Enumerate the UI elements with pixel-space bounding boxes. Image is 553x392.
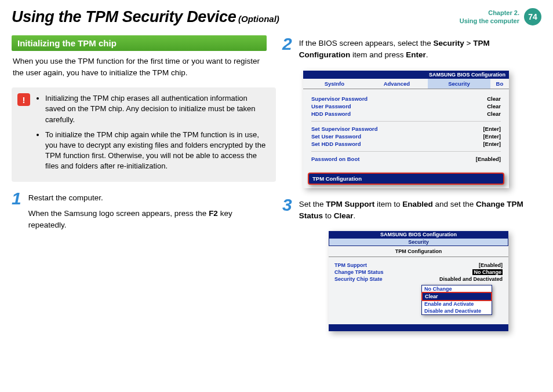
step-body: Set the TPM Support item to Enabled and … — [299, 196, 541, 226]
bios-row-label: User Password — [311, 103, 351, 109]
step-line: Restart the computer. — [28, 192, 271, 204]
header-right: Chapter 2. Using the computer 74 — [460, 8, 541, 25]
bios-tab-advanced: Advanced — [366, 79, 428, 89]
bios-row-label: Set User Password — [311, 133, 361, 140]
bios-row-label: Security Chip State — [334, 276, 383, 282]
bios-tab-boot: Bo — [490, 79, 509, 89]
step-number: 2 — [282, 35, 292, 53]
note-bullet-1: Initializing the TPM chip erases all aut… — [45, 93, 269, 125]
bios-highlight-tpm: TPM Configuration — [308, 173, 504, 185]
bios-row-label: HDD Password — [311, 111, 351, 117]
bios-screenshot-2: SAMSUNG BIOS Configuration Security TPM … — [329, 231, 508, 331]
warning-icon: ! — [17, 93, 30, 106]
bios-row-value-selected: No Change — [472, 269, 503, 275]
step-3: 3 Set the TPM Support item to Enabled an… — [282, 196, 541, 226]
intro-paragraph: When you use the TPM function for the fi… — [13, 56, 270, 78]
right-column: 2 If the BIOS screen appears, select the… — [282, 35, 541, 339]
chapter-sub: Using the computer — [460, 17, 519, 25]
bios-row-value: [Enter] — [483, 126, 501, 132]
note-bullet-2: To initialize the TPM chip again while t… — [45, 130, 269, 172]
page-title: Using the TPM Security Device — [12, 8, 236, 25]
dropdown-option: Disable and Deactivate — [422, 307, 492, 314]
step-number: 1 — [12, 190, 21, 207]
bios-row-label: Set Supervisor Password — [311, 126, 378, 132]
bios2-dropdown: No Change Clear Enable and Activate Disa… — [421, 285, 492, 315]
step-2: 2 If the BIOS screen appears, select the… — [282, 35, 541, 65]
step-number: 3 — [282, 196, 292, 214]
step-body: Restart the computer. When the Samsung l… — [28, 190, 271, 235]
bios-row-value: [Enabled] — [479, 262, 503, 268]
bios2-subheader: Security — [329, 238, 508, 246]
bios-tabs: SysInfo Advanced Security Bo — [303, 79, 509, 89]
bios-row-value: Clear — [487, 111, 501, 117]
page-title-wrap: Using the TPM Security Device (Optional) — [12, 8, 279, 26]
bios-row-label: Set HDD Password — [311, 141, 361, 147]
bios-row-value: Clear — [487, 96, 501, 102]
step-line: When the Samsung logo screen appears, pr… — [28, 208, 271, 232]
page-header: Using the TPM Security Device (Optional)… — [0, 0, 553, 30]
bios-row-value: Clear — [487, 103, 501, 109]
bios2-body: TPM Support[Enabled] Change TPM StatusNo… — [329, 257, 508, 324]
bios-screenshot-1: SAMSUNG BIOS Configuration SysInfo Advan… — [303, 71, 509, 188]
bios-row-label: Change TPM Status — [334, 269, 384, 275]
bios-row-value: [Enabled] — [476, 156, 501, 162]
section-heading: Initializing the TPM chip — [12, 35, 267, 51]
bios-row-label: Password on Boot — [311, 156, 359, 162]
bios-tab-sysinfo: SysInfo — [303, 79, 366, 89]
chapter-label: Chapter 2. — [460, 9, 519, 17]
bios-row-value: Disabled and Deactivated — [439, 276, 503, 282]
bios2-header: SAMSUNG BIOS Configuration — [329, 231, 508, 238]
bios-title: SAMSUNG BIOS Configuration — [303, 71, 509, 79]
bios-row-value: [Enter] — [483, 141, 501, 147]
bios2-footer — [329, 324, 508, 331]
dropdown-option-selected: Clear — [421, 292, 492, 301]
bios-row-label: Supervisor Password — [311, 96, 368, 102]
page-number-badge: 74 — [524, 8, 541, 25]
breadcrumb: Chapter 2. Using the computer — [460, 9, 519, 25]
step-1: 1 Restart the computer. When the Samsung… — [12, 190, 271, 235]
page-subtitle: (Optional) — [238, 14, 279, 24]
step-body: If the BIOS screen appears, select the S… — [299, 35, 541, 65]
bios2-title: TPM Configuration — [329, 246, 508, 257]
left-column: Initializing the TPM chip When you use t… — [12, 35, 271, 339]
bios-tab-security: Security — [428, 79, 490, 89]
bios-row-value: [Enter] — [483, 133, 501, 140]
dropdown-option: Enable and Activate — [422, 301, 492, 307]
content-columns: Initializing the TPM chip When you use t… — [0, 30, 553, 339]
warning-note: ! Initializing the TPM chip erases all a… — [12, 87, 276, 182]
bios-row-label: TPM Support — [334, 262, 367, 268]
